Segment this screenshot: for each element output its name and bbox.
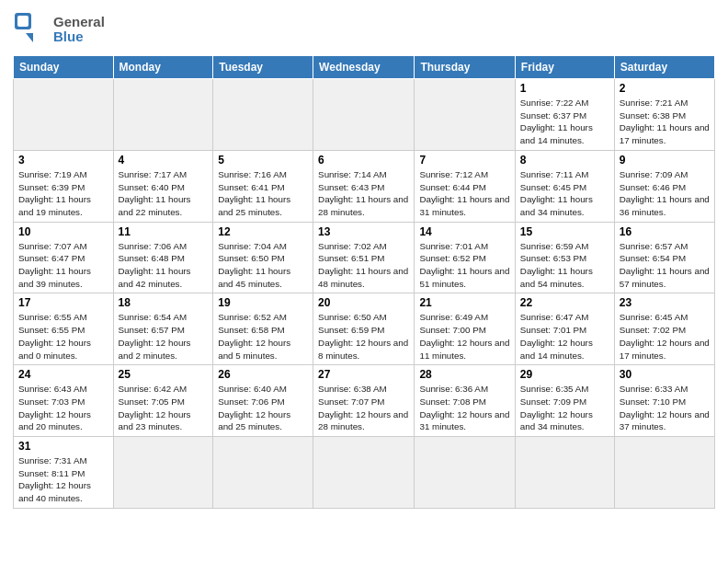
- day-info: Sunrise: 6:35 AMSunset: 7:09 PMDaylight:…: [520, 383, 609, 433]
- day-info: Sunrise: 6:33 AMSunset: 7:10 PMDaylight:…: [620, 383, 710, 433]
- calendar-cell: [415, 437, 515, 509]
- calendar-cell: [213, 437, 313, 509]
- day-info: Sunrise: 7:11 AMSunset: 6:45 PMDaylight:…: [520, 168, 609, 219]
- calendar-cell: 30Sunrise: 6:33 AMSunset: 7:10 PMDayligh…: [614, 365, 714, 437]
- day-number: 26: [218, 368, 308, 381]
- calendar-cell: 14Sunrise: 7:01 AMSunset: 6:52 PMDayligh…: [415, 222, 515, 293]
- calendar-cell: 23Sunrise: 6:45 AMSunset: 7:02 PMDayligh…: [614, 293, 714, 365]
- day-info: Sunrise: 7:02 AMSunset: 6:51 PMDaylight:…: [318, 240, 409, 291]
- day-info: Sunrise: 6:49 AMSunset: 7:00 PMDaylight:…: [419, 311, 509, 362]
- day-number: 2: [620, 82, 710, 95]
- day-number: 4: [119, 154, 209, 167]
- calendar-cell: [213, 79, 313, 151]
- day-number: 1: [520, 82, 609, 95]
- calendar-cell: [313, 437, 415, 509]
- calendar-cell: [515, 437, 614, 509]
- calendar-cell: 2Sunrise: 7:21 AMSunset: 6:38 PMDaylight…: [614, 79, 714, 151]
- weekday-header-tuesday: Tuesday: [213, 56, 313, 79]
- day-number: 22: [520, 296, 609, 309]
- day-number: 30: [620, 368, 710, 381]
- calendar-cell: 20Sunrise: 6:50 AMSunset: 6:59 PMDayligh…: [313, 293, 415, 365]
- day-info: Sunrise: 6:59 AMSunset: 6:53 PMDaylight:…: [520, 240, 609, 291]
- calendar-cell: [113, 79, 213, 151]
- calendar-cell: 5Sunrise: 7:16 AMSunset: 6:41 PMDaylight…: [213, 150, 313, 222]
- calendar-cell: 19Sunrise: 6:52 AMSunset: 6:58 PMDayligh…: [213, 293, 313, 365]
- calendar-cell: [415, 79, 515, 151]
- day-number: 10: [18, 225, 108, 238]
- day-info: Sunrise: 6:57 AMSunset: 6:54 PMDaylight:…: [620, 240, 710, 291]
- calendar-cell: 31Sunrise: 7:31 AMSunset: 8:11 PMDayligh…: [14, 437, 114, 509]
- calendar-cell: 8Sunrise: 7:11 AMSunset: 6:45 PMDaylight…: [515, 150, 614, 222]
- calendar-cell: 17Sunrise: 6:55 AMSunset: 6:55 PMDayligh…: [14, 293, 114, 365]
- day-number: 28: [419, 368, 509, 381]
- day-number: 9: [620, 154, 710, 167]
- calendar-cell: 18Sunrise: 6:54 AMSunset: 6:57 PMDayligh…: [113, 293, 213, 365]
- calendar-cell: 9Sunrise: 7:09 AMSunset: 6:46 PMDaylight…: [614, 150, 714, 222]
- day-info: Sunrise: 7:16 AMSunset: 6:41 PMDaylight:…: [218, 168, 308, 219]
- day-info: Sunrise: 7:07 AMSunset: 6:47 PMDaylight:…: [18, 240, 108, 291]
- calendar-cell: 26Sunrise: 6:40 AMSunset: 7:06 PMDayligh…: [213, 365, 313, 437]
- week-row-3: 10Sunrise: 7:07 AMSunset: 6:47 PMDayligh…: [14, 222, 715, 293]
- weekday-header-row: SundayMondayTuesdayWednesdayThursdayFrid…: [14, 56, 715, 79]
- day-number: 25: [119, 368, 209, 381]
- day-info: Sunrise: 6:40 AMSunset: 7:06 PMDaylight:…: [218, 383, 308, 433]
- day-info: Sunrise: 6:42 AMSunset: 7:05 PMDaylight:…: [119, 383, 209, 433]
- week-row-6: 31Sunrise: 7:31 AMSunset: 8:11 PMDayligh…: [14, 437, 715, 509]
- calendar-cell: 1Sunrise: 7:22 AMSunset: 6:37 PMDaylight…: [515, 79, 614, 151]
- day-info: Sunrise: 7:19 AMSunset: 6:39 PMDaylight:…: [18, 168, 108, 219]
- week-row-2: 3Sunrise: 7:19 AMSunset: 6:39 PMDaylight…: [14, 150, 715, 222]
- calendar-cell: 15Sunrise: 6:59 AMSunset: 6:53 PMDayligh…: [515, 222, 614, 293]
- calendar-cell: 7Sunrise: 7:12 AMSunset: 6:44 PMDaylight…: [415, 150, 515, 222]
- day-info: Sunrise: 6:38 AMSunset: 7:07 PMDaylight:…: [318, 383, 409, 433]
- day-number: 24: [18, 368, 108, 381]
- day-number: 11: [119, 225, 209, 238]
- svg-marker-2: [26, 33, 33, 42]
- day-number: 5: [218, 154, 308, 167]
- generalblue-logo-icon: [13, 9, 53, 50]
- calendar-cell: 3Sunrise: 7:19 AMSunset: 6:39 PMDaylight…: [14, 150, 114, 222]
- day-number: 13: [318, 225, 409, 238]
- calendar-cell: [614, 437, 714, 509]
- day-number: 20: [318, 296, 409, 309]
- day-number: 23: [620, 296, 710, 309]
- day-number: 21: [419, 296, 509, 309]
- calendar-cell: 22Sunrise: 6:47 AMSunset: 7:01 PMDayligh…: [515, 293, 614, 365]
- week-row-4: 17Sunrise: 6:55 AMSunset: 6:55 PMDayligh…: [14, 293, 715, 365]
- calendar-cell: [14, 79, 114, 151]
- logo: GeneralBlue: [13, 9, 105, 50]
- day-number: 17: [18, 296, 108, 309]
- weekday-header-saturday: Saturday: [614, 56, 714, 79]
- weekday-header-friday: Friday: [515, 56, 614, 79]
- day-info: Sunrise: 7:21 AMSunset: 6:38 PMDaylight:…: [620, 97, 710, 147]
- calendar-cell: 11Sunrise: 7:06 AMSunset: 6:48 PMDayligh…: [113, 222, 213, 293]
- calendar-cell: 6Sunrise: 7:14 AMSunset: 6:43 PMDaylight…: [313, 150, 415, 222]
- weekday-header-wednesday: Wednesday: [313, 56, 415, 79]
- day-number: 31: [18, 440, 108, 453]
- weekday-header-monday: Monday: [113, 56, 213, 79]
- day-number: 19: [218, 296, 308, 309]
- calendar-cell: 27Sunrise: 6:38 AMSunset: 7:07 PMDayligh…: [313, 365, 415, 437]
- weekday-header-sunday: Sunday: [14, 56, 114, 79]
- week-row-1: 1Sunrise: 7:22 AMSunset: 6:37 PMDaylight…: [14, 79, 715, 151]
- day-info: Sunrise: 6:55 AMSunset: 6:55 PMDaylight:…: [18, 311, 108, 362]
- day-number: 12: [218, 225, 308, 238]
- calendar-cell: 12Sunrise: 7:04 AMSunset: 6:50 PMDayligh…: [213, 222, 313, 293]
- svg-rect-1: [17, 16, 28, 27]
- calendar-cell: [113, 437, 213, 509]
- day-info: Sunrise: 6:52 AMSunset: 6:58 PMDaylight:…: [218, 311, 308, 362]
- day-number: 18: [119, 296, 209, 309]
- calendar-page: GeneralBlue SundayMondayTuesdayWednesday…: [0, 0, 728, 563]
- day-info: Sunrise: 6:54 AMSunset: 6:57 PMDaylight:…: [119, 311, 209, 362]
- day-number: 27: [318, 368, 409, 381]
- day-info: Sunrise: 7:17 AMSunset: 6:40 PMDaylight:…: [119, 168, 209, 219]
- day-info: Sunrise: 6:43 AMSunset: 7:03 PMDaylight:…: [18, 383, 108, 433]
- day-number: 29: [520, 368, 609, 381]
- calendar-table: SundayMondayTuesdayWednesdayThursdayFrid…: [13, 55, 715, 509]
- header: GeneralBlue: [13, 9, 715, 50]
- week-row-5: 24Sunrise: 6:43 AMSunset: 7:03 PMDayligh…: [14, 365, 715, 437]
- calendar-cell: 28Sunrise: 6:36 AMSunset: 7:08 PMDayligh…: [415, 365, 515, 437]
- day-info: Sunrise: 6:50 AMSunset: 6:59 PMDaylight:…: [318, 311, 409, 362]
- calendar-cell: 25Sunrise: 6:42 AMSunset: 7:05 PMDayligh…: [113, 365, 213, 437]
- calendar-cell: 24Sunrise: 6:43 AMSunset: 7:03 PMDayligh…: [14, 365, 114, 437]
- calendar-cell: 13Sunrise: 7:02 AMSunset: 6:51 PMDayligh…: [313, 222, 415, 293]
